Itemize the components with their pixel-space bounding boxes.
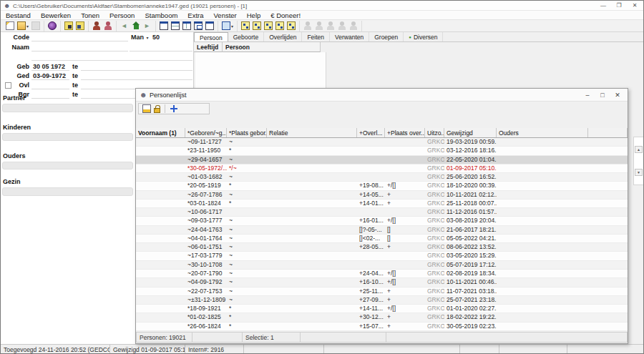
person-male-icon[interactable] [91,21,102,31]
tab[interactable]: Diversen [404,32,443,41]
table-row[interactable]: *18-09-1921 * +14-11... +/[] GRKO 01-01-… [136,305,628,313]
table-row[interactable]: ~09-11-1727 ~ GRKO 19-03-2019 00:59... [136,138,628,147]
column-header-uitzoeken[interactable]: Uitzo... [425,128,444,137]
code-input[interactable] [31,33,128,41]
navigate-icon[interactable] [168,104,180,114]
baptism-date-input[interactable]: 03-09-1972 [31,72,69,80]
column-header-overlijden[interactable]: +Overl... [357,128,385,137]
table-row[interactable]: ~06-01-1751 ~ +28-05... + GRKO 08-06-202… [136,243,628,252]
dialog-close-button[interactable]: ✕ [610,90,625,100]
burial-date-input[interactable] [31,90,69,99]
aldfaer-ball-icon[interactable] [47,21,58,31]
cell-uitzoeken: GRKO [425,235,444,242]
firstname-input[interactable] [31,52,192,61]
column-header-voornaam[interactable]: Voornaam (1) [136,128,185,137]
window-tile-vertical-icon[interactable] [181,21,192,31]
column-header-geboren[interactable]: *Geboren/~g... [185,128,227,137]
open-file-icon[interactable]: ▾ [16,21,30,31]
prefix-input[interactable] [130,43,192,51]
table-row[interactable]: ~29-04-1657 ~ GRKO 22-05-2020 01:04... [136,156,628,164]
maximize-button[interactable]: ❐ [612,1,626,10]
export-gedcom-icon[interactable] [74,21,86,31]
baptism-place-input[interactable] [81,72,192,80]
menu-item[interactable]: Tonen [76,11,104,19]
birth-date-input[interactable]: 30 05 1972 [31,62,69,71]
menu-item[interactable]: Extra [182,11,208,19]
gender-select[interactable]: Man ▾ [131,33,149,43]
report-icon[interactable] [141,104,152,114]
table-row[interactable]: *26-06-1824 * +15-07... + GRKO 30-05-201… [136,323,628,331]
nav-back-icon[interactable] [119,21,130,31]
gezin-slot[interactable] [2,187,133,196]
window-maximize-icon[interactable] [204,21,215,31]
column-header-gewijzigd[interactable]: Gewijzigd [444,128,497,137]
menu-item[interactable]: Bewerken [36,11,76,19]
birth-place-input[interactable] [81,62,192,71]
menu-item[interactable]: Venster [209,11,242,19]
table-row[interactable]: ~10-06-1717 GRKO 11-12-2016 01:57... [136,208,628,217]
table-row[interactable]: ~01-03-1682 ~ GRKO 25-06-2020 16:52... [136,173,628,182]
person-female-icon[interactable] [102,21,114,31]
table-row[interactable]: *03-01-1824 * +14-01... + GRKO 25-11-201… [136,200,628,208]
report-book-icon[interactable] [286,21,297,31]
scroll-up-icon[interactable]: ▲ [635,146,643,153]
close-button[interactable]: ✕ [628,1,642,10]
report-chart-icon[interactable] [274,21,286,31]
persoon-column-header[interactable]: Persoon [223,42,321,52]
leeftijd-column-header[interactable]: Leeftijd [194,42,223,52]
table-row[interactable]: *01-02-1825 * +30-12... + GRKO 18-02-202… [136,313,628,322]
table-row[interactable]: ~04-01-1764 ~ []<02-... [] GRKO 05-05-20… [136,235,628,243]
table-row[interactable]: ~±31-12-1809 ~ +27-09... + GRKO 25-07-20… [136,296,628,305]
table-row[interactable]: ~24-04-1763 ~ []?-05-... [] GRKO 21-06-2… [136,226,628,235]
menu-item[interactable]: Bestand [1,11,36,19]
table-row[interactable]: ~20-07-1790 ~ +24-04... +/[] GRKO 02-08-… [136,270,628,278]
table-row[interactable]: ~26-07-1786 ~ +14-05... + GRKO 10-11-202… [136,191,628,200]
tab[interactable]: Persoon [194,32,228,41]
menu-item[interactable]: € Doneer! [265,11,306,19]
nav-forward-icon[interactable] [142,21,153,31]
dialog-maximize-button[interactable]: □ [595,90,610,100]
window-cascade-icon[interactable] [158,21,170,31]
partner-slot[interactable] [2,104,133,112]
table-row[interactable]: ~04-09-1792 ~ +16-10... +/[] GRKO 10-11-… [136,278,628,287]
tab[interactable]: Verwanten [330,32,369,41]
report-descendants-icon[interactable] [251,21,263,31]
tab[interactable]: Geboorte [228,32,264,41]
nav-home-icon[interactable] [130,21,142,31]
ouders-slot[interactable] [2,162,133,169]
report-photo-icon[interactable] [263,21,274,31]
lastname-input[interactable] [31,43,128,51]
new-document-icon[interactable] [4,21,16,31]
table-row[interactable]: ~22-07-1753 ~ +25-11... + GRKO 11-07-202… [136,287,628,296]
right-panel-scrollbar[interactable]: ▲ ▼ [633,137,644,185]
dialog-minimize-button[interactable]: – [580,90,595,100]
menu-item[interactable]: Stamboom [140,11,182,19]
menu-item[interactable]: Persoon [104,11,140,19]
report-tree-icon[interactable] [240,21,251,31]
table-row[interactable]: ~17-03-1779 ~ GRKO 03-05-2020 15:29... [136,252,628,260]
window-tile-horizontal-icon[interactable] [170,21,181,31]
menu-item[interactable]: Help [242,11,266,19]
display-options-icon[interactable]: ▾ [220,21,235,31]
column-header-plaats-overlijden[interactable]: +Plaats over... [385,128,425,137]
table-row[interactable]: ~30-10-1708 ~ GRKO 05-07-2019 17:12... [136,261,628,270]
scroll-down-icon[interactable]: ▼ [635,169,643,176]
column-header-plaats-geboren[interactable]: *Plaats gebor... [227,128,267,137]
column-header-relatie[interactable]: Relatie [267,128,357,137]
table-row[interactable]: *20-05-1919 * +19-08... +/[] GRKO 18-10-… [136,182,628,190]
import-gedcom-icon[interactable] [63,21,74,31]
tab[interactable]: Overlijden [264,32,302,41]
table-row[interactable]: *23-11-1950 * GRKO 03-12-2016 18:16... [136,147,628,155]
dialog-title-bar[interactable]: ☻ Personenlijst – □ ✕ [136,89,628,102]
table-row[interactable]: ~09-03-1777 ~ +16-01... +/[] GRKO 03-08-… [136,217,628,225]
column-header-ouders[interactable]: Ouders [497,128,588,137]
tab[interactable]: Feiten [302,32,330,41]
table-row[interactable]: *30-05-1972/... */~ GRKO 01-09-2017 05:1… [136,164,628,173]
lock-icon[interactable] [152,104,162,114]
kinderen-slot[interactable] [2,133,133,141]
tab[interactable]: Groepen [369,32,404,41]
death-date-input[interactable] [31,81,69,89]
person-card-icon [302,21,313,31]
window-arrange-icon[interactable] [192,21,204,31]
minimize-button[interactable]: — [596,1,610,10]
